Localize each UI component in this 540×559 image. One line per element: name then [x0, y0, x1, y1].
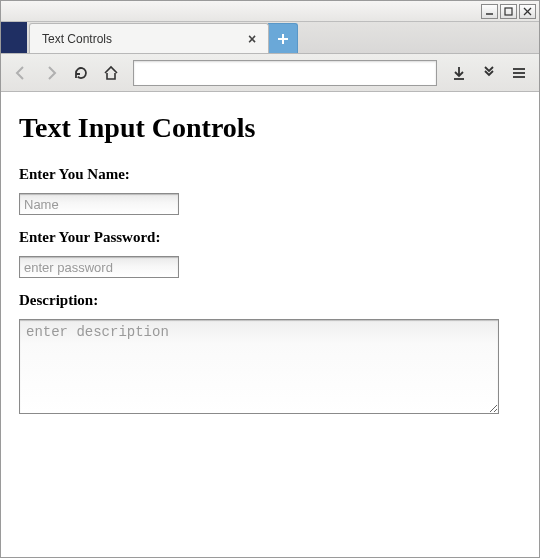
svg-rect-1: [505, 8, 512, 15]
browser-window: Text Controls × Text Input Con: [0, 0, 540, 558]
reload-button[interactable]: [67, 59, 95, 87]
name-input[interactable]: [19, 193, 179, 215]
tab-close-icon[interactable]: ×: [244, 31, 260, 47]
forward-button[interactable]: [37, 59, 65, 87]
close-button[interactable]: [519, 4, 536, 19]
password-label: Enter Your Password:: [19, 229, 521, 246]
browser-toolbar: [1, 54, 539, 92]
brand-accent: [1, 22, 27, 53]
downloads-button[interactable]: [445, 59, 473, 87]
window-titlebar: [1, 1, 539, 22]
description-label: Description:: [19, 292, 521, 309]
menu-button[interactable]: [505, 59, 533, 87]
overflow-button[interactable]: [475, 59, 503, 87]
url-bar[interactable]: [133, 60, 437, 86]
browser-tab[interactable]: Text Controls ×: [29, 23, 269, 53]
description-textarea[interactable]: [19, 319, 499, 414]
password-input[interactable]: [19, 256, 179, 278]
tab-strip: Text Controls ×: [1, 22, 539, 54]
page-heading: Text Input Controls: [19, 112, 521, 144]
maximize-button[interactable]: [500, 4, 517, 19]
back-button[interactable]: [7, 59, 35, 87]
new-tab-button[interactable]: [268, 23, 298, 53]
home-button[interactable]: [97, 59, 125, 87]
page-content: Text Input Controls Enter You Name: Ente…: [1, 92, 539, 557]
name-label: Enter You Name:: [19, 166, 521, 183]
tab-title: Text Controls: [42, 32, 244, 46]
minimize-button[interactable]: [481, 4, 498, 19]
